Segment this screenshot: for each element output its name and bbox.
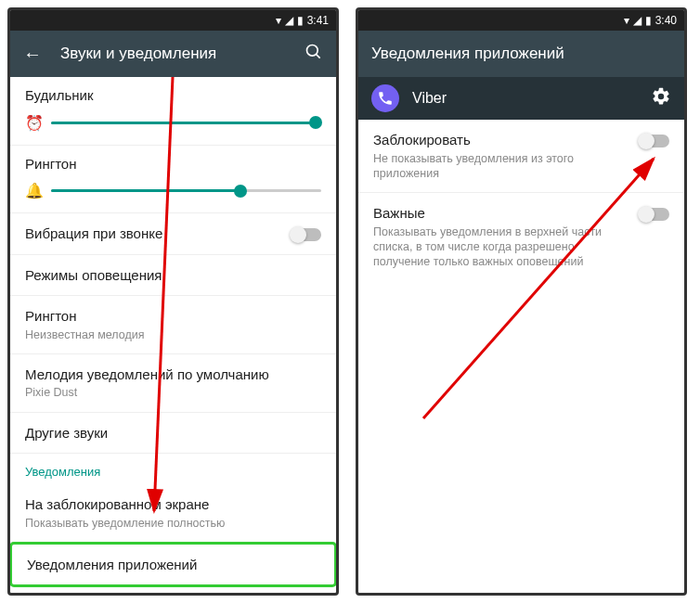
app-bar-title: Уведомления приложений <box>371 45 671 63</box>
app-bar-title: Звуки и уведомления <box>60 45 286 63</box>
alarm-slider[interactable]: ⏰ <box>25 114 321 132</box>
modes-label: Режимы оповещения <box>25 266 321 285</box>
gear-icon[interactable] <box>651 86 671 110</box>
lock-screen-row[interactable]: На заблокированном экране Показывать уве… <box>10 484 336 543</box>
app-bar: Уведомления приложений <box>358 31 684 77</box>
status-bar: ▾ ◢ ▮ 3:41 <box>10 10 336 31</box>
app-notifications-row[interactable]: Уведомления приложений <box>9 542 337 588</box>
ringtone-row[interactable]: Рингтон Неизвестная мелодия <box>10 296 336 354</box>
status-time: 3:40 <box>655 14 677 27</box>
app-sub-bar: Viber <box>358 77 684 120</box>
battery-icon: ▮ <box>297 14 304 27</box>
status-time: 3:41 <box>307 14 329 27</box>
app-name: Viber <box>412 90 638 107</box>
app-notifications-label: Уведомления приложений <box>27 556 319 574</box>
alarm-icon: ⏰ <box>25 114 42 132</box>
viber-icon <box>371 84 399 112</box>
other-sounds-row[interactable]: Другие звуки <box>10 413 336 455</box>
priority-row[interactable]: Важные Показывать уведомления в верхней … <box>358 193 684 280</box>
block-toggle[interactable] <box>640 135 669 148</box>
block-label: Заблокировать <box>373 131 629 149</box>
priority-sub: Показывать уведомления в верхней части с… <box>373 225 629 270</box>
block-sub: Не показывать уведомления из этого прило… <box>373 151 629 182</box>
lock-screen-sub: Показывать уведомление полностью <box>25 516 321 531</box>
content: Заблокировать Не показывать уведомления … <box>358 120 684 280</box>
wifi-icon: ▾ <box>624 14 629 27</box>
status-bar: ▾ ◢ ▮ 3:40 <box>358 10 684 31</box>
notif-melody-sub: Pixie Dust <box>25 385 321 400</box>
notif-melody-label: Мелодия уведомлений по умолчанию <box>25 366 321 384</box>
other-sounds-label: Другие звуки <box>25 424 321 443</box>
lock-screen-label: На заблокированном экране <box>25 495 321 514</box>
ringtone2-label: Рингтон <box>25 307 321 326</box>
vibrate-label: Вибрация при звонке <box>25 225 280 243</box>
phone-left: ▾ ◢ ▮ 3:41 ← Звуки и уведомления Будильн… <box>7 7 339 596</box>
vibrate-toggle[interactable] <box>292 228 321 241</box>
app-bar: ← Звуки и уведомления <box>10 31 336 77</box>
ringtone2-sub: Неизвестная мелодия <box>25 327 321 342</box>
ringtone-slider[interactable]: 🔔 <box>25 182 321 199</box>
content: Будильник ⏰ Рингтон 🔔 Вибрация при звонк… <box>10 77 336 596</box>
vibrate-row[interactable]: Вибрация при звонке <box>10 213 336 255</box>
wifi-icon: ▾ <box>276 14 281 27</box>
priority-label: Важные <box>373 204 629 223</box>
signal-icon: ◢ <box>633 14 642 27</box>
modes-row[interactable]: Режимы оповещения <box>10 255 336 297</box>
phone-right: ▾ ◢ ▮ 3:40 Уведомления приложений Viber … <box>356 7 687 596</box>
svg-line-1 <box>317 55 320 58</box>
ringtone-volume-row[interactable]: Рингтон 🔔 <box>10 146 336 214</box>
notif-access-row[interactable]: Доступ к уведомлениям <box>10 586 336 596</box>
search-icon[interactable] <box>305 43 323 65</box>
bell-icon: 🔔 <box>25 182 42 199</box>
ringtone-label: Рингтон <box>25 155 321 173</box>
alarm-volume-row[interactable]: Будильник ⏰ <box>10 77 336 146</box>
block-row[interactable]: Заблокировать Не показывать уведомления … <box>358 120 684 193</box>
alarm-label: Будильник <box>25 86 321 105</box>
svg-point-0 <box>307 45 318 57</box>
notif-melody-row[interactable]: Мелодия уведомлений по умолчанию Pixie D… <box>10 354 336 413</box>
priority-toggle[interactable] <box>640 208 669 221</box>
signal-icon: ◢ <box>285 14 293 27</box>
battery-icon: ▮ <box>645 14 652 27</box>
section-header: Уведомления <box>10 454 336 484</box>
back-icon[interactable]: ← <box>23 44 42 65</box>
